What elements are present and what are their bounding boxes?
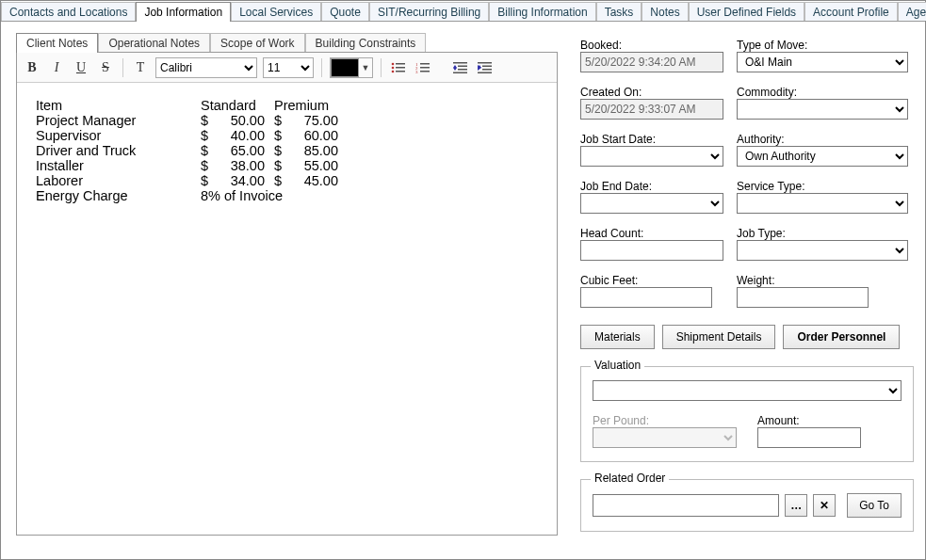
svg-marker-14 bbox=[453, 68, 457, 71]
job-type-select[interactable] bbox=[737, 240, 908, 261]
svg-rect-22 bbox=[482, 69, 492, 71]
notes-row: Laborer$34.00$45.00 bbox=[36, 173, 538, 188]
font-size-select[interactable]: 11 bbox=[263, 57, 314, 78]
font-color-picker[interactable]: ▼ bbox=[330, 57, 373, 78]
clear-button[interactable]: ✕ bbox=[813, 494, 836, 517]
commodity-select[interactable] bbox=[737, 99, 908, 120]
indent-button[interactable] bbox=[476, 58, 495, 77]
currency-symbol: $ bbox=[201, 128, 214, 143]
notes-row: Driver and Truck$65.00$85.00 bbox=[36, 143, 538, 158]
notes-row-standard: 65.00 bbox=[214, 143, 265, 158]
authority-select[interactable]: Own Authority bbox=[737, 146, 908, 167]
italic-button[interactable]: I bbox=[47, 58, 66, 77]
weight-field[interactable] bbox=[737, 287, 869, 308]
main-tab[interactable]: Notes bbox=[642, 2, 688, 21]
commodity-label: Commodity: bbox=[737, 84, 908, 99]
valuation-select[interactable] bbox=[593, 380, 902, 401]
currency-symbol: $ bbox=[274, 143, 287, 158]
main-tab[interactable]: Job Information bbox=[136, 2, 231, 22]
svg-text:3: 3 bbox=[415, 70, 418, 74]
job-start-select[interactable] bbox=[580, 146, 723, 167]
notes-header-premium: Premium bbox=[274, 98, 338, 113]
main-tab[interactable]: Local Services bbox=[231, 2, 321, 21]
svg-rect-9 bbox=[420, 67, 430, 69]
notes-subtab[interactable]: Client Notes bbox=[16, 33, 98, 53]
svg-rect-12 bbox=[453, 62, 467, 64]
notes-subtab[interactable]: Operational Notes bbox=[98, 33, 210, 52]
notes-row-standard: 50.00 bbox=[214, 113, 265, 128]
currency-symbol: $ bbox=[201, 113, 214, 128]
notes-row: Supervisor$40.00$60.00 bbox=[36, 128, 538, 143]
font-icon: T bbox=[131, 58, 150, 77]
job-end-select[interactable] bbox=[580, 193, 723, 214]
head-count-field[interactable] bbox=[580, 240, 723, 261]
ellipsis-icon: … bbox=[790, 499, 802, 512]
created-on-field bbox=[580, 99, 723, 120]
toolbar-separator bbox=[321, 58, 322, 77]
bullet-list-button[interactable] bbox=[389, 58, 408, 77]
svg-rect-1 bbox=[396, 63, 405, 65]
booked-field bbox=[580, 52, 723, 72]
main-tab[interactable]: Agents bbox=[898, 2, 926, 21]
job-start-label: Job Start Date: bbox=[580, 131, 723, 146]
notes-row: Project Manager$50.00$75.00 bbox=[36, 113, 538, 128]
related-order-group: Related Order … ✕ Go To bbox=[580, 479, 914, 532]
underline-button[interactable]: U bbox=[72, 58, 90, 77]
chevron-down-icon: ▼ bbox=[359, 58, 372, 77]
svg-rect-15 bbox=[458, 65, 467, 67]
svg-rect-11 bbox=[420, 71, 430, 72]
notes-subtab[interactable]: Scope of Work bbox=[210, 33, 304, 52]
color-swatch-icon bbox=[331, 58, 359, 77]
go-to-button[interactable]: Go To bbox=[847, 493, 902, 518]
notes-row-standard: 40.00 bbox=[214, 128, 265, 143]
main-tab[interactable]: Tasks bbox=[596, 2, 642, 21]
font-family-select[interactable]: Calibri bbox=[155, 57, 257, 78]
booked-label: Booked: bbox=[580, 37, 723, 52]
outdent-button[interactable] bbox=[451, 58, 470, 77]
cubic-feet-field[interactable] bbox=[580, 287, 712, 308]
amount-field[interactable] bbox=[757, 427, 861, 448]
svg-point-2 bbox=[392, 66, 395, 69]
order-personnel-button[interactable]: Order Personnel bbox=[783, 325, 900, 349]
type-of-move-select[interactable]: O&I Main bbox=[737, 52, 908, 72]
bold-button[interactable]: B bbox=[23, 58, 41, 77]
currency-symbol: $ bbox=[201, 158, 214, 173]
notes-header-standard: Standard bbox=[201, 98, 265, 113]
notes-footer-value: 8% of Invoice bbox=[201, 188, 283, 203]
svg-rect-21 bbox=[482, 65, 492, 67]
notes-subtab[interactable]: Building Constraints bbox=[305, 33, 427, 52]
main-tab[interactable]: Quote bbox=[321, 2, 369, 21]
notes-editor-frame: B I U S T Calibri 11 ▼ bbox=[16, 52, 558, 536]
notes-header-item: Item bbox=[36, 98, 201, 113]
service-type-label: Service Type: bbox=[737, 178, 908, 193]
main-tab[interactable]: SIT/Recurring Billing bbox=[369, 2, 489, 21]
currency-symbol: $ bbox=[274, 158, 287, 173]
currency-symbol: $ bbox=[274, 173, 287, 188]
related-order-field[interactable] bbox=[593, 494, 779, 517]
shipment-details-button[interactable]: Shipment Details bbox=[662, 325, 776, 349]
svg-rect-18 bbox=[478, 62, 492, 64]
toolbar-separator bbox=[122, 58, 123, 77]
currency-symbol: $ bbox=[274, 113, 287, 128]
main-tab[interactable]: Contacts and Locations bbox=[1, 2, 136, 21]
main-tab[interactable]: Account Profile bbox=[804, 2, 898, 21]
notes-editor-body[interactable]: Item Standard Premium Project Manager$50… bbox=[17, 83, 557, 535]
notes-row: Installer$38.00$55.00 bbox=[36, 158, 538, 173]
browse-button[interactable]: … bbox=[785, 494, 807, 517]
valuation-group: Valuation Per Pound: Amount: bbox=[580, 366, 914, 462]
service-type-select[interactable] bbox=[737, 193, 908, 214]
notes-row-item: Project Manager bbox=[36, 113, 201, 128]
notes-footer-label: Energy Charge bbox=[36, 188, 201, 203]
head-count-label: Head Count: bbox=[580, 225, 723, 240]
job-end-label: Job End Date: bbox=[580, 178, 723, 193]
cubic-feet-label: Cubic Feet: bbox=[580, 272, 723, 287]
notes-row-item: Laborer bbox=[36, 173, 201, 188]
svg-rect-3 bbox=[396, 67, 405, 69]
main-tab[interactable]: User Defined Fields bbox=[689, 2, 804, 21]
materials-button[interactable]: Materials bbox=[580, 325, 655, 349]
notes-row-item: Driver and Truck bbox=[36, 143, 201, 158]
strikethrough-button[interactable]: S bbox=[96, 58, 115, 77]
numbered-list-button[interactable]: 123 bbox=[414, 58, 432, 77]
main-tab[interactable]: Billing Information bbox=[489, 2, 595, 21]
notes-row-item: Installer bbox=[36, 158, 201, 173]
